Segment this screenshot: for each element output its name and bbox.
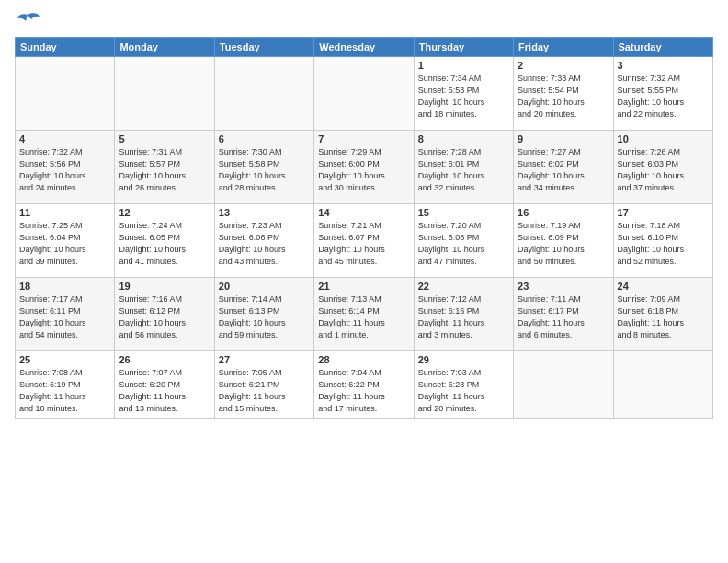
day-number: 29: [418, 354, 509, 365]
day-cell: 22Sunrise: 7:12 AM Sunset: 6:16 PM Dayli…: [414, 278, 513, 351]
day-info: Sunrise: 7:07 AM Sunset: 6:20 PM Dayligh…: [119, 367, 210, 415]
day-info: Sunrise: 7:19 AM Sunset: 6:09 PM Dayligh…: [518, 220, 609, 268]
calendar-table: SundayMondayTuesdayWednesdayThursdayFrid…: [15, 37, 713, 419]
day-cell: 5Sunrise: 7:31 AM Sunset: 5:57 PM Daylig…: [115, 131, 214, 204]
day-info: Sunrise: 7:05 AM Sunset: 6:21 PM Dayligh…: [219, 367, 310, 415]
week-row-3: 11Sunrise: 7:25 AM Sunset: 6:04 PM Dayli…: [16, 204, 713, 278]
day-info: Sunrise: 7:34 AM Sunset: 5:53 PM Dayligh…: [418, 73, 509, 121]
day-cell: 4Sunrise: 7:32 AM Sunset: 5:56 PM Daylig…: [16, 131, 115, 204]
header-cell-sunday: Sunday: [16, 38, 115, 57]
day-info: Sunrise: 7:33 AM Sunset: 5:54 PM Dayligh…: [518, 73, 609, 121]
day-number: 25: [19, 354, 110, 365]
day-cell: [115, 57, 214, 131]
day-number: 18: [19, 281, 110, 292]
day-cell: 27Sunrise: 7:05 AM Sunset: 6:21 PM Dayli…: [214, 351, 313, 419]
day-info: Sunrise: 7:03 AM Sunset: 6:23 PM Dayligh…: [418, 367, 509, 415]
logo: [15, 11, 44, 31]
day-cell: 17Sunrise: 7:18 AM Sunset: 6:10 PM Dayli…: [613, 204, 712, 278]
day-cell: 26Sunrise: 7:07 AM Sunset: 6:20 PM Dayli…: [115, 351, 214, 419]
day-number: 15: [418, 207, 509, 218]
day-cell: 8Sunrise: 7:28 AM Sunset: 6:01 PM Daylig…: [414, 131, 513, 204]
day-cell: [314, 57, 414, 131]
day-cell: 9Sunrise: 7:27 AM Sunset: 6:02 PM Daylig…: [514, 131, 613, 204]
day-info: Sunrise: 7:17 AM Sunset: 6:11 PM Dayligh…: [19, 293, 110, 341]
day-number: 6: [219, 133, 310, 144]
day-number: 10: [618, 133, 709, 144]
day-info: Sunrise: 7:27 AM Sunset: 6:02 PM Dayligh…: [518, 146, 609, 194]
day-info: Sunrise: 7:31 AM Sunset: 5:57 PM Dayligh…: [119, 146, 210, 194]
week-row-2: 4Sunrise: 7:32 AM Sunset: 5:56 PM Daylig…: [16, 131, 713, 204]
day-cell: 2Sunrise: 7:33 AM Sunset: 5:54 PM Daylig…: [514, 57, 613, 131]
day-info: Sunrise: 7:23 AM Sunset: 6:06 PM Dayligh…: [219, 220, 310, 268]
day-number: 11: [19, 207, 110, 218]
day-number: 28: [318, 354, 409, 365]
day-number: 8: [418, 133, 509, 144]
day-number: 12: [119, 207, 210, 218]
logo-bird-icon: [15, 11, 40, 31]
calendar-page: SundayMondayTuesdayWednesdayThursdayFrid…: [0, 0, 728, 563]
day-cell: [514, 351, 613, 419]
day-cell: [16, 57, 115, 131]
day-info: Sunrise: 7:30 AM Sunset: 5:58 PM Dayligh…: [219, 146, 310, 194]
day-info: Sunrise: 7:29 AM Sunset: 6:00 PM Dayligh…: [318, 146, 409, 194]
day-cell: 6Sunrise: 7:30 AM Sunset: 5:58 PM Daylig…: [214, 131, 313, 204]
header-cell-monday: Monday: [115, 38, 214, 57]
day-info: Sunrise: 7:12 AM Sunset: 6:16 PM Dayligh…: [418, 293, 509, 341]
day-cell: 24Sunrise: 7:09 AM Sunset: 6:18 PM Dayli…: [613, 278, 712, 351]
header-cell-thursday: Thursday: [414, 38, 513, 57]
day-cell: 19Sunrise: 7:16 AM Sunset: 6:12 PM Dayli…: [115, 278, 214, 351]
day-number: 21: [318, 281, 409, 292]
day-info: Sunrise: 7:26 AM Sunset: 6:03 PM Dayligh…: [618, 146, 709, 194]
day-cell: 20Sunrise: 7:14 AM Sunset: 6:13 PM Dayli…: [214, 278, 313, 351]
day-cell: 1Sunrise: 7:34 AM Sunset: 5:53 PM Daylig…: [414, 57, 513, 131]
day-info: Sunrise: 7:24 AM Sunset: 6:05 PM Dayligh…: [119, 220, 210, 268]
day-number: 2: [518, 60, 609, 71]
day-number: 24: [618, 281, 709, 292]
day-number: 27: [219, 354, 310, 365]
page-header: [15, 11, 713, 31]
day-cell: 14Sunrise: 7:21 AM Sunset: 6:07 PM Dayli…: [314, 204, 414, 278]
day-cell: 28Sunrise: 7:04 AM Sunset: 6:22 PM Dayli…: [314, 351, 414, 419]
day-info: Sunrise: 7:21 AM Sunset: 6:07 PM Dayligh…: [318, 220, 409, 268]
day-info: Sunrise: 7:32 AM Sunset: 5:56 PM Dayligh…: [19, 146, 110, 194]
header-cell-friday: Friday: [514, 38, 613, 57]
week-row-4: 18Sunrise: 7:17 AM Sunset: 6:11 PM Dayli…: [16, 278, 713, 351]
day-cell: 12Sunrise: 7:24 AM Sunset: 6:05 PM Dayli…: [115, 204, 214, 278]
week-row-5: 25Sunrise: 7:08 AM Sunset: 6:19 PM Dayli…: [16, 351, 713, 419]
day-number: 26: [119, 354, 210, 365]
day-cell: 23Sunrise: 7:11 AM Sunset: 6:17 PM Dayli…: [514, 278, 613, 351]
day-number: 19: [119, 281, 210, 292]
day-info: Sunrise: 7:25 AM Sunset: 6:04 PM Dayligh…: [19, 220, 110, 268]
calendar-body: 1Sunrise: 7:34 AM Sunset: 5:53 PM Daylig…: [16, 57, 713, 419]
day-info: Sunrise: 7:14 AM Sunset: 6:13 PM Dayligh…: [219, 293, 310, 341]
day-cell: 29Sunrise: 7:03 AM Sunset: 6:23 PM Dayli…: [414, 351, 513, 419]
day-number: 1: [418, 60, 509, 71]
day-info: Sunrise: 7:09 AM Sunset: 6:18 PM Dayligh…: [618, 293, 709, 341]
header-cell-saturday: Saturday: [613, 38, 712, 57]
header-cell-wednesday: Wednesday: [314, 38, 414, 57]
day-number: 9: [518, 133, 609, 144]
day-info: Sunrise: 7:20 AM Sunset: 6:08 PM Dayligh…: [418, 220, 509, 268]
day-cell: 13Sunrise: 7:23 AM Sunset: 6:06 PM Dayli…: [214, 204, 313, 278]
day-number: 14: [318, 207, 409, 218]
day-cell: 7Sunrise: 7:29 AM Sunset: 6:00 PM Daylig…: [314, 131, 414, 204]
day-number: 5: [119, 133, 210, 144]
day-cell: 10Sunrise: 7:26 AM Sunset: 6:03 PM Dayli…: [613, 131, 712, 204]
day-cell: 21Sunrise: 7:13 AM Sunset: 6:14 PM Dayli…: [314, 278, 414, 351]
day-number: 23: [518, 281, 609, 292]
day-number: 16: [518, 207, 609, 218]
day-info: Sunrise: 7:11 AM Sunset: 6:17 PM Dayligh…: [518, 293, 609, 341]
day-info: Sunrise: 7:18 AM Sunset: 6:10 PM Dayligh…: [618, 220, 709, 268]
day-cell: 16Sunrise: 7:19 AM Sunset: 6:09 PM Dayli…: [514, 204, 613, 278]
day-info: Sunrise: 7:04 AM Sunset: 6:22 PM Dayligh…: [318, 367, 409, 415]
day-number: 13: [219, 207, 310, 218]
day-cell: 11Sunrise: 7:25 AM Sunset: 6:04 PM Dayli…: [16, 204, 115, 278]
day-cell: 18Sunrise: 7:17 AM Sunset: 6:11 PM Dayli…: [16, 278, 115, 351]
day-info: Sunrise: 7:16 AM Sunset: 6:12 PM Dayligh…: [119, 293, 210, 341]
header-row: SundayMondayTuesdayWednesdayThursdayFrid…: [16, 38, 713, 57]
day-cell: [214, 57, 313, 131]
day-number: 22: [418, 281, 509, 292]
day-cell: 15Sunrise: 7:20 AM Sunset: 6:08 PM Dayli…: [414, 204, 513, 278]
day-info: Sunrise: 7:08 AM Sunset: 6:19 PM Dayligh…: [19, 367, 110, 415]
day-number: 3: [618, 60, 709, 71]
